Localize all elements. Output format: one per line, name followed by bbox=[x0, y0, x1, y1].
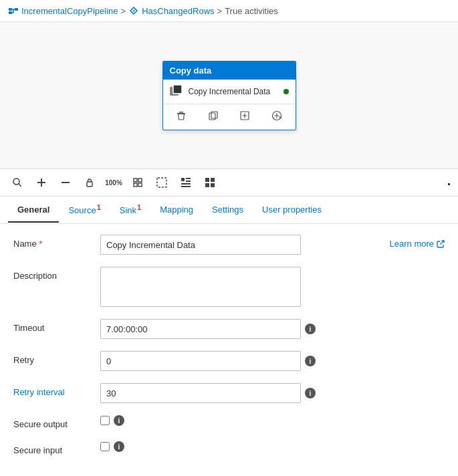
layout-button[interactable] bbox=[177, 173, 195, 192]
select-button[interactable] bbox=[152, 173, 171, 192]
condition-svg-icon: if bbox=[128, 5, 139, 16]
svg-rect-35 bbox=[181, 183, 191, 185]
svg-rect-28 bbox=[138, 178, 142, 182]
svg-rect-27 bbox=[134, 178, 137, 182]
retry-interval-row: Retry interval i bbox=[13, 383, 445, 403]
copy-data-icon bbox=[170, 85, 185, 98]
svg-line-22 bbox=[19, 184, 21, 187]
retry-info-icon[interactable]: i bbox=[305, 356, 316, 366]
select-icon bbox=[156, 177, 167, 188]
secure-input-checkbox[interactable] bbox=[100, 442, 110, 451]
breadcrumb-path: True activities bbox=[225, 6, 278, 16]
svg-rect-26 bbox=[87, 182, 92, 187]
timeout-info-icon[interactable]: i bbox=[305, 324, 316, 334]
retry-interval-input[interactable] bbox=[100, 383, 301, 403]
zoom-label: 100% bbox=[105, 179, 122, 187]
svg-rect-10 bbox=[179, 112, 183, 113]
lock-button[interactable] bbox=[80, 173, 99, 192]
retry-interval-info-icon[interactable]: i bbox=[305, 388, 316, 398]
grid-icon bbox=[205, 177, 215, 188]
fit-button[interactable] bbox=[128, 173, 147, 192]
copy-button[interactable] bbox=[205, 108, 222, 126]
search-icon bbox=[12, 177, 23, 188]
lock-icon bbox=[84, 177, 95, 188]
tab-source[interactable]: Source1 bbox=[59, 197, 110, 223]
retry-input[interactable] bbox=[100, 351, 301, 371]
svg-rect-8 bbox=[173, 85, 182, 94]
breadcrumb-sep1: > bbox=[121, 6, 126, 16]
pipeline-svg-icon bbox=[8, 5, 19, 16]
secure-output-label: Secure output bbox=[13, 415, 100, 429]
tab-mapping[interactable]: Mapping bbox=[150, 198, 203, 223]
svg-line-41 bbox=[441, 241, 445, 245]
condition-icon: if bbox=[128, 5, 139, 16]
activity-name: Copy Incremental Data bbox=[189, 87, 279, 96]
delete-icon bbox=[177, 111, 186, 122]
grid-button[interactable] bbox=[201, 173, 219, 192]
search-button[interactable] bbox=[8, 173, 27, 192]
svg-rect-40 bbox=[211, 183, 215, 187]
retry-row: Retry i bbox=[13, 351, 445, 371]
secure-input-info-icon[interactable]: i bbox=[114, 441, 124, 452]
description-label: Description bbox=[13, 267, 100, 281]
secure-output-checkbox[interactable] bbox=[100, 416, 110, 425]
add-button[interactable] bbox=[32, 173, 51, 192]
svg-rect-29 bbox=[134, 183, 137, 187]
timeout-row: Timeout i bbox=[13, 319, 445, 339]
remove-button[interactable] bbox=[56, 173, 75, 192]
name-input[interactable] bbox=[100, 235, 301, 255]
description-row: Description bbox=[13, 267, 445, 307]
svg-rect-30 bbox=[138, 183, 142, 187]
clone-button[interactable] bbox=[236, 108, 253, 126]
layout-icon bbox=[181, 177, 191, 188]
timeout-input[interactable] bbox=[100, 319, 301, 339]
svg-rect-34 bbox=[186, 181, 191, 182]
svg-rect-39 bbox=[205, 183, 209, 187]
learn-more-link[interactable]: Learn more bbox=[390, 235, 445, 249]
secure-input-row: Secure input i bbox=[13, 441, 445, 455]
external-link-icon bbox=[437, 240, 445, 248]
retry-control-wrap: i bbox=[100, 351, 445, 371]
status-dot bbox=[283, 89, 289, 94]
svg-rect-36 bbox=[181, 186, 191, 187]
svg-rect-37 bbox=[205, 178, 209, 182]
underline-indicator bbox=[448, 183, 450, 185]
name-label: Name bbox=[13, 235, 100, 249]
canvas-area: Copy data Copy Incremental Data bbox=[0, 22, 458, 169]
tab-settings[interactable]: Settings bbox=[203, 198, 253, 223]
svg-rect-33 bbox=[186, 178, 191, 179]
tab-sink[interactable]: Sink1 bbox=[110, 197, 150, 223]
form-area: Name Learn more Description Timeout i Re… bbox=[0, 224, 458, 476]
pipeline-link[interactable]: IncrementalCopyPipeline bbox=[21, 6, 118, 16]
timeout-control-wrap: i bbox=[100, 319, 445, 339]
activity-card-body: Copy Incremental Data bbox=[163, 80, 296, 104]
secure-input-label: Secure input bbox=[13, 441, 100, 455]
source-badge: 1 bbox=[97, 203, 101, 211]
activity-icons bbox=[170, 85, 185, 98]
condition-link[interactable]: HasChangedRows bbox=[142, 6, 214, 16]
tab-general[interactable]: General bbox=[8, 198, 59, 223]
add-activity-button[interactable] bbox=[268, 108, 285, 126]
activity-card[interactable]: Copy data Copy Incremental Data bbox=[162, 61, 296, 130]
name-control-wrap bbox=[100, 235, 379, 255]
tabs: General Source1 Sink1 Mapping Settings U… bbox=[0, 197, 458, 224]
svg-rect-1 bbox=[15, 8, 18, 11]
retry-label: Retry bbox=[13, 351, 100, 365]
activity-card-toolbar bbox=[163, 104, 296, 130]
zoom-level-button[interactable]: 100% bbox=[104, 173, 123, 192]
svg-rect-31 bbox=[157, 178, 166, 187]
description-control-wrap bbox=[100, 267, 445, 307]
canvas-toolbar: 100% bbox=[0, 169, 458, 197]
add-icon bbox=[36, 177, 47, 188]
breadcrumb: IncrementalCopyPipeline > if HasChangedR… bbox=[0, 0, 458, 22]
secure-output-info-icon[interactable]: i bbox=[114, 415, 124, 426]
delete-button[interactable] bbox=[173, 108, 190, 126]
svg-rect-0 bbox=[9, 8, 12, 11]
description-input[interactable] bbox=[100, 267, 301, 307]
svg-rect-3 bbox=[9, 11, 12, 14]
retry-interval-label: Retry interval bbox=[13, 383, 100, 397]
retry-interval-control-wrap: i bbox=[100, 383, 445, 403]
tab-user-properties[interactable]: User properties bbox=[253, 198, 331, 223]
svg-rect-32 bbox=[181, 178, 185, 181]
clone-icon bbox=[240, 111, 249, 122]
